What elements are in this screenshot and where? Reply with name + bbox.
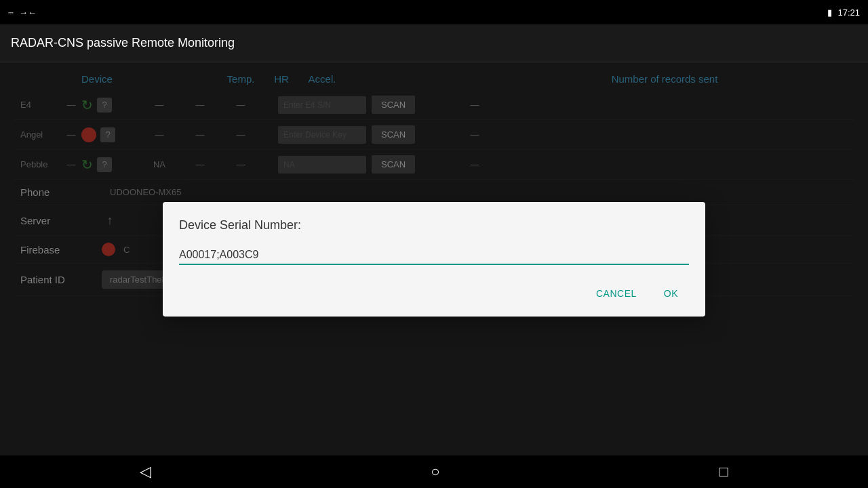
app-bar: RADAR-CNS passive Remote Monitoring: [0, 24, 868, 62]
back-button[interactable]: ◁: [129, 458, 162, 486]
status-bar: ⎓ →← ▮ 17:21: [0, 0, 868, 24]
app-title: RADAR-CNS passive Remote Monitoring: [11, 36, 235, 50]
serial-number-input[interactable]: [179, 246, 689, 264]
nav-bar: ◁ ○ □: [0, 455, 868, 488]
dialog-overlay: Device Serial Number: CANCEL OK: [0, 62, 868, 455]
time-display: 17:21: [837, 7, 860, 18]
dialog-input-wrapper: [179, 246, 689, 265]
dialog-title: Device Serial Number:: [179, 218, 689, 232]
bluetooth-icon: ⎓: [8, 7, 14, 18]
connection-icon: →←: [19, 7, 37, 18]
cancel-button[interactable]: CANCEL: [585, 281, 648, 306]
home-button[interactable]: ○: [420, 458, 450, 486]
dialog-actions: CANCEL OK: [179, 281, 689, 306]
main-content: Device Temp. HR Accel. Number of records…: [0, 62, 868, 455]
ok-button[interactable]: OK: [653, 281, 689, 306]
recents-button[interactable]: □: [709, 458, 739, 486]
battery-icon: ▮: [827, 7, 832, 18]
status-bar-right: ▮ 17:21: [827, 7, 860, 18]
dialog: Device Serial Number: CANCEL OK: [163, 202, 705, 317]
status-bar-left: ⎓ →←: [8, 7, 37, 18]
